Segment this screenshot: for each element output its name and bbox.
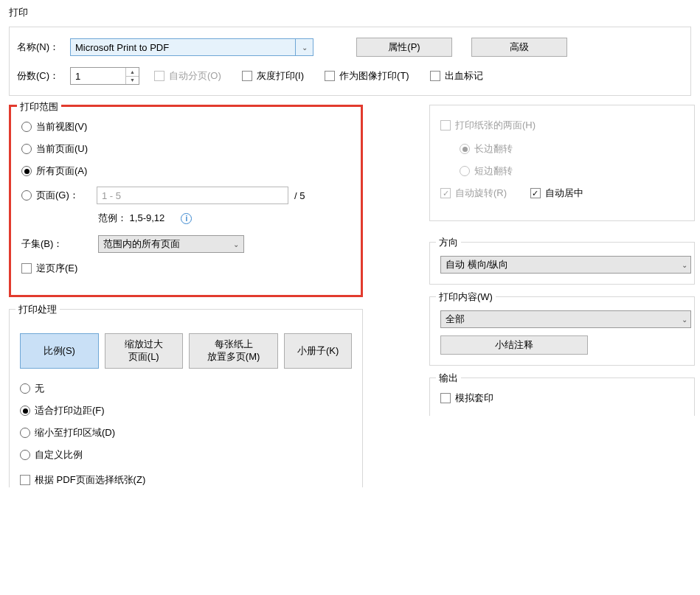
pages-input[interactable]: 1 - 5	[97, 187, 288, 204]
content-group: 打印内容(W) 全部 ⌄ 小结注释	[429, 296, 695, 366]
auto-center-checkbox[interactable]: 自动居中	[530, 187, 583, 200]
as-image-checkbox[interactable]: 作为图像打印(T)	[325, 69, 409, 83]
simulate-checkbox[interactable]: 模拟套印	[440, 392, 493, 405]
collate-checkbox: 自动分页(O)	[154, 69, 221, 83]
properties-button[interactable]: 属性(P)	[356, 38, 452, 57]
orientation-legend: 方向	[436, 236, 461, 249]
copies-label: 份数(C)：	[17, 69, 70, 83]
bleed-checkbox[interactable]: 出血标记	[430, 69, 483, 83]
output-legend: 输出	[436, 372, 461, 385]
printer-section: 名称(N)： Microsoft Print to PDF ⌄ 属性(P) 高级…	[9, 27, 691, 96]
checkbox-box	[325, 71, 335, 81]
checkbox-box	[242, 71, 252, 81]
radio-fit[interactable]: 适合打印边距(F)	[20, 404, 352, 417]
choose-paper-checkbox[interactable]: 根据 PDF页面选择纸张(Z)	[20, 473, 145, 487]
both-sides-checkbox: 打印纸张的两面(H)	[440, 119, 536, 132]
copies-spinner[interactable]: 1 ▲ ▼	[70, 67, 139, 85]
chevron-down-icon: ⌄	[229, 240, 243, 248]
radio-pages[interactable]: 页面(G)： 1 - 5 / 5	[21, 187, 350, 204]
duplex-group: 打印纸张的两面(H) 长边翻转 短边翻转 自动旋转(R) 自动居中	[429, 105, 695, 221]
name-label: 名称(N)：	[17, 41, 70, 54]
radio-long-edge: 长边翻转	[460, 142, 684, 156]
radio-all-pages[interactable]: 所有页面(A)	[21, 164, 350, 178]
example-text: 范例： 1,5-9,12	[98, 212, 164, 225]
chevron-down-icon: ⌄	[295, 39, 313, 55]
content-legend: 打印内容(W)	[436, 290, 496, 304]
radio-current-page[interactable]: 当前页面(U)	[21, 142, 350, 156]
handling-legend: 打印处理	[15, 303, 60, 316]
subset-label: 子集(B)：	[21, 237, 98, 251]
radio-none[interactable]: 无	[20, 382, 352, 395]
tab-booklet[interactable]: 小册子(K)	[284, 333, 352, 369]
info-icon[interactable]: i	[181, 213, 192, 224]
range-legend: 打印范围	[17, 100, 61, 114]
total-pages: / 5	[294, 190, 305, 201]
handling-group: 打印处理 比例(S) 缩放过大 页面(L) 每张纸上 放置多页(M) 小册子(K…	[9, 309, 363, 487]
orientation-group: 方向 自动 横向/纵向 ⌄	[429, 242, 695, 285]
tab-scale[interactable]: 比例(S)	[20, 333, 99, 369]
arrow-down-icon[interactable]: ▼	[126, 77, 139, 85]
subset-select[interactable]: 范围内的所有页面 ⌄	[98, 235, 244, 253]
radio-current-view[interactable]: 当前视图(V)	[21, 120, 350, 133]
chevron-down-icon: ⌄	[682, 316, 687, 324]
reverse-checkbox[interactable]: 逆页序(E)	[21, 262, 77, 275]
arrow-up-icon[interactable]: ▲	[126, 68, 139, 77]
output-group: 输出 模拟套印	[429, 377, 695, 416]
printer-select[interactable]: Microsoft Print to PDF ⌄	[70, 38, 313, 56]
copies-value: 1	[75, 71, 80, 82]
print-range-group: 打印范围 当前视图(V) 当前页面(U) 所有页面(A) 页面(G)： 1 - …	[9, 105, 363, 297]
printer-value: Microsoft Print to PDF	[75, 42, 169, 53]
auto-rotate-checkbox: 自动旋转(R)	[440, 187, 507, 200]
radio-shrink-area[interactable]: 缩小至打印区域(D)	[20, 426, 352, 439]
checkbox-box	[430, 71, 440, 81]
dialog-title: 打印	[9, 6, 691, 19]
advanced-button[interactable]: 高级	[471, 38, 567, 57]
checkbox-box	[154, 71, 164, 81]
spinner-arrows[interactable]: ▲ ▼	[125, 68, 139, 84]
chevron-down-icon: ⌄	[682, 261, 687, 269]
radio-custom[interactable]: 自定义比例	[20, 448, 352, 462]
radio-short-edge: 短边翻转	[460, 164, 684, 178]
content-select[interactable]: 全部 ⌄	[440, 310, 691, 328]
grayscale-checkbox[interactable]: 灰度打印(I)	[242, 69, 304, 83]
summary-button[interactable]: 小结注释	[440, 335, 588, 355]
tab-shrink[interactable]: 缩放过大 页面(L)	[105, 333, 184, 369]
orientation-select[interactable]: 自动 横向/纵向 ⌄	[440, 256, 691, 274]
tab-multi[interactable]: 每张纸上 放置多页(M)	[189, 333, 278, 369]
